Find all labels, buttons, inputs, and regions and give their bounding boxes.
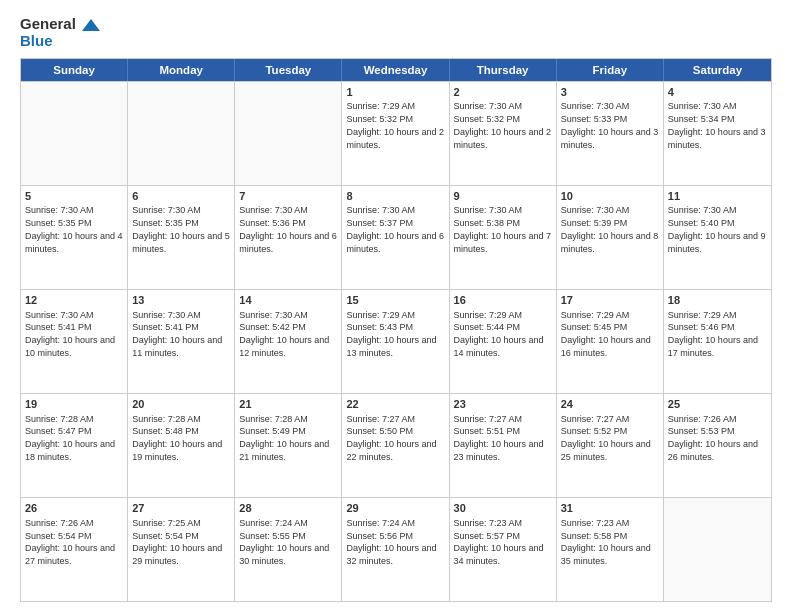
cell-text: Sunrise: 7:30 AMSunset: 5:42 PMDaylight:…	[239, 310, 329, 358]
day-number: 4	[668, 85, 767, 100]
day-number: 19	[25, 397, 123, 412]
day-cell-15: 15Sunrise: 7:29 AMSunset: 5:43 PMDayligh…	[342, 290, 449, 393]
empty-cell	[664, 498, 771, 601]
day-number: 1	[346, 85, 444, 100]
day-cell-2: 2Sunrise: 7:30 AMSunset: 5:32 PMDaylight…	[450, 82, 557, 185]
day-number: 13	[132, 293, 230, 308]
day-of-week-wednesday: Wednesday	[342, 59, 449, 81]
day-number: 27	[132, 501, 230, 516]
day-cell-6: 6Sunrise: 7:30 AMSunset: 5:35 PMDaylight…	[128, 186, 235, 289]
cell-text: Sunrise: 7:30 AMSunset: 5:35 PMDaylight:…	[25, 205, 123, 253]
day-number: 17	[561, 293, 659, 308]
empty-cell	[128, 82, 235, 185]
day-number: 9	[454, 189, 552, 204]
day-number: 25	[668, 397, 767, 412]
day-number: 30	[454, 501, 552, 516]
day-cell-27: 27Sunrise: 7:25 AMSunset: 5:54 PMDayligh…	[128, 498, 235, 601]
day-cell-10: 10Sunrise: 7:30 AMSunset: 5:39 PMDayligh…	[557, 186, 664, 289]
day-number: 7	[239, 189, 337, 204]
day-number: 5	[25, 189, 123, 204]
day-cell-3: 3Sunrise: 7:30 AMSunset: 5:33 PMDaylight…	[557, 82, 664, 185]
day-number: 29	[346, 501, 444, 516]
day-number: 14	[239, 293, 337, 308]
cell-text: Sunrise: 7:29 AMSunset: 5:43 PMDaylight:…	[346, 310, 436, 358]
day-cell-11: 11Sunrise: 7:30 AMSunset: 5:40 PMDayligh…	[664, 186, 771, 289]
day-number: 2	[454, 85, 552, 100]
cell-text: Sunrise: 7:27 AMSunset: 5:51 PMDaylight:…	[454, 414, 544, 462]
cell-text: Sunrise: 7:30 AMSunset: 5:34 PMDaylight:…	[668, 101, 766, 149]
day-number: 26	[25, 501, 123, 516]
calendar-week-4: 19Sunrise: 7:28 AMSunset: 5:47 PMDayligh…	[21, 393, 771, 497]
calendar-body: 1Sunrise: 7:29 AMSunset: 5:32 PMDaylight…	[21, 81, 771, 601]
cell-text: Sunrise: 7:26 AMSunset: 5:53 PMDaylight:…	[668, 414, 758, 462]
day-cell-14: 14Sunrise: 7:30 AMSunset: 5:42 PMDayligh…	[235, 290, 342, 393]
day-number: 22	[346, 397, 444, 412]
cell-text: Sunrise: 7:30 AMSunset: 5:35 PMDaylight:…	[132, 205, 230, 253]
day-of-week-saturday: Saturday	[664, 59, 771, 81]
calendar-week-2: 5Sunrise: 7:30 AMSunset: 5:35 PMDaylight…	[21, 185, 771, 289]
cell-text: Sunrise: 7:26 AMSunset: 5:54 PMDaylight:…	[25, 518, 115, 566]
calendar: SundayMondayTuesdayWednesdayThursdayFrid…	[20, 58, 772, 602]
day-number: 3	[561, 85, 659, 100]
cell-text: Sunrise: 7:30 AMSunset: 5:41 PMDaylight:…	[132, 310, 222, 358]
day-number: 11	[668, 189, 767, 204]
cell-text: Sunrise: 7:28 AMSunset: 5:47 PMDaylight:…	[25, 414, 115, 462]
day-cell-1: 1Sunrise: 7:29 AMSunset: 5:32 PMDaylight…	[342, 82, 449, 185]
day-number: 31	[561, 501, 659, 516]
day-cell-24: 24Sunrise: 7:27 AMSunset: 5:52 PMDayligh…	[557, 394, 664, 497]
page: General Blue SundayMondayTuesdayWednesda…	[0, 0, 792, 612]
day-of-week-tuesday: Tuesday	[235, 59, 342, 81]
day-number: 18	[668, 293, 767, 308]
calendar-header-row: SundayMondayTuesdayWednesdayThursdayFrid…	[21, 59, 771, 81]
day-cell-28: 28Sunrise: 7:24 AMSunset: 5:55 PMDayligh…	[235, 498, 342, 601]
cell-text: Sunrise: 7:29 AMSunset: 5:44 PMDaylight:…	[454, 310, 544, 358]
day-number: 28	[239, 501, 337, 516]
day-cell-8: 8Sunrise: 7:30 AMSunset: 5:37 PMDaylight…	[342, 186, 449, 289]
cell-text: Sunrise: 7:25 AMSunset: 5:54 PMDaylight:…	[132, 518, 222, 566]
day-cell-18: 18Sunrise: 7:29 AMSunset: 5:46 PMDayligh…	[664, 290, 771, 393]
day-number: 6	[132, 189, 230, 204]
day-number: 15	[346, 293, 444, 308]
cell-text: Sunrise: 7:23 AMSunset: 5:58 PMDaylight:…	[561, 518, 651, 566]
day-cell-29: 29Sunrise: 7:24 AMSunset: 5:56 PMDayligh…	[342, 498, 449, 601]
calendar-week-3: 12Sunrise: 7:30 AMSunset: 5:41 PMDayligh…	[21, 289, 771, 393]
day-cell-26: 26Sunrise: 7:26 AMSunset: 5:54 PMDayligh…	[21, 498, 128, 601]
day-of-week-friday: Friday	[557, 59, 664, 81]
cell-text: Sunrise: 7:30 AMSunset: 5:40 PMDaylight:…	[668, 205, 766, 253]
cell-text: Sunrise: 7:30 AMSunset: 5:32 PMDaylight:…	[454, 101, 552, 149]
logo: General Blue	[20, 16, 100, 50]
logo-blue: Blue	[20, 33, 100, 50]
logo-text: General	[20, 16, 100, 33]
cell-text: Sunrise: 7:27 AMSunset: 5:50 PMDaylight:…	[346, 414, 436, 462]
cell-text: Sunrise: 7:28 AMSunset: 5:48 PMDaylight:…	[132, 414, 222, 462]
cell-text: Sunrise: 7:30 AMSunset: 5:41 PMDaylight:…	[25, 310, 115, 358]
day-number: 20	[132, 397, 230, 412]
day-of-week-monday: Monday	[128, 59, 235, 81]
cell-text: Sunrise: 7:29 AMSunset: 5:45 PMDaylight:…	[561, 310, 651, 358]
day-cell-23: 23Sunrise: 7:27 AMSunset: 5:51 PMDayligh…	[450, 394, 557, 497]
cell-text: Sunrise: 7:28 AMSunset: 5:49 PMDaylight:…	[239, 414, 329, 462]
day-number: 8	[346, 189, 444, 204]
day-cell-22: 22Sunrise: 7:27 AMSunset: 5:50 PMDayligh…	[342, 394, 449, 497]
cell-text: Sunrise: 7:24 AMSunset: 5:55 PMDaylight:…	[239, 518, 329, 566]
cell-text: Sunrise: 7:27 AMSunset: 5:52 PMDaylight:…	[561, 414, 651, 462]
calendar-week-1: 1Sunrise: 7:29 AMSunset: 5:32 PMDaylight…	[21, 81, 771, 185]
day-cell-21: 21Sunrise: 7:28 AMSunset: 5:49 PMDayligh…	[235, 394, 342, 497]
day-cell-25: 25Sunrise: 7:26 AMSunset: 5:53 PMDayligh…	[664, 394, 771, 497]
cell-text: Sunrise: 7:30 AMSunset: 5:39 PMDaylight:…	[561, 205, 659, 253]
calendar-week-5: 26Sunrise: 7:26 AMSunset: 5:54 PMDayligh…	[21, 497, 771, 601]
day-cell-7: 7Sunrise: 7:30 AMSunset: 5:36 PMDaylight…	[235, 186, 342, 289]
cell-text: Sunrise: 7:30 AMSunset: 5:37 PMDaylight:…	[346, 205, 444, 253]
day-number: 16	[454, 293, 552, 308]
cell-text: Sunrise: 7:29 AMSunset: 5:46 PMDaylight:…	[668, 310, 758, 358]
day-cell-19: 19Sunrise: 7:28 AMSunset: 5:47 PMDayligh…	[21, 394, 128, 497]
svg-marker-1	[88, 25, 94, 31]
cell-text: Sunrise: 7:23 AMSunset: 5:57 PMDaylight:…	[454, 518, 544, 566]
day-number: 10	[561, 189, 659, 204]
day-of-week-thursday: Thursday	[450, 59, 557, 81]
cell-text: Sunrise: 7:30 AMSunset: 5:33 PMDaylight:…	[561, 101, 659, 149]
empty-cell	[21, 82, 128, 185]
day-cell-17: 17Sunrise: 7:29 AMSunset: 5:45 PMDayligh…	[557, 290, 664, 393]
day-cell-16: 16Sunrise: 7:29 AMSunset: 5:44 PMDayligh…	[450, 290, 557, 393]
day-number: 23	[454, 397, 552, 412]
